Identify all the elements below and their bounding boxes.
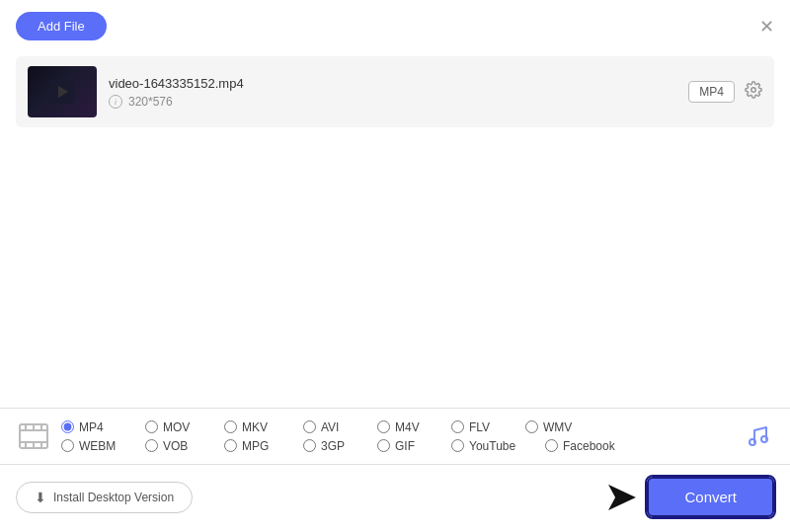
thumbnail-preview	[28, 66, 97, 117]
format-option-vob[interactable]: VOB	[145, 439, 224, 453]
gear-icon	[745, 81, 762, 99]
install-button[interactable]: ⬇ Install Desktop Version	[16, 482, 193, 513]
info-icon: i	[109, 95, 122, 109]
format-label-mkv: MKV	[242, 420, 268, 434]
format-row-2: WEBM VOB MPG 3GP GIF	[61, 439, 733, 453]
format-option-mp4[interactable]: MP4	[61, 420, 145, 434]
format-radio-flv[interactable]	[451, 420, 464, 433]
file-info: video-1643335152.mp4 i 320*576	[109, 76, 676, 109]
format-label-webm: WEBM	[79, 439, 116, 453]
file-name: video-1643335152.mp4	[109, 76, 676, 91]
format-option-wmv[interactable]: WMV	[525, 420, 599, 434]
format-option-mkv[interactable]: MKV	[224, 420, 303, 434]
music-note-icon	[745, 422, 772, 450]
svg-point-12	[761, 436, 767, 442]
settings-button[interactable]	[745, 81, 762, 103]
format-label-youtube: YouTube	[469, 439, 515, 453]
action-bar: ⬇ Install Desktop Version ➤ Convert	[0, 464, 790, 529]
convert-button[interactable]: Convert	[647, 477, 774, 517]
format-label-vob: VOB	[163, 439, 188, 453]
format-radio-mp4[interactable]	[61, 420, 74, 433]
format-radio-youtube[interactable]	[451, 439, 464, 452]
format-radio-avi[interactable]	[303, 420, 316, 433]
format-label-wmv: WMV	[543, 420, 572, 434]
format-badge: MP4	[688, 81, 735, 103]
format-option-webm[interactable]: WEBM	[61, 439, 145, 453]
format-radio-mpg[interactable]	[224, 439, 237, 452]
format-option-3gp[interactable]: 3GP	[303, 439, 377, 453]
format-option-gif[interactable]: GIF	[377, 439, 451, 453]
file-dimensions: 320*576	[128, 95, 173, 109]
format-option-avi[interactable]: AVI	[303, 420, 377, 434]
svg-point-11	[750, 439, 755, 445]
arrow-right-icon: ➤	[605, 480, 635, 515]
format-label-3gp: 3GP	[321, 439, 345, 453]
format-label-mov: MOV	[163, 420, 190, 434]
file-list: video-1643335152.mp4 i 320*576 MP4	[0, 48, 790, 135]
audio-format-icon[interactable]	[743, 420, 774, 452]
format-option-flv[interactable]: FLV	[451, 420, 525, 434]
file-actions: MP4	[688, 81, 762, 103]
video-thumb-icon	[50, 80, 74, 104]
format-radio-m4v[interactable]	[377, 420, 390, 433]
install-label: Install Desktop Version	[53, 491, 174, 504]
format-radio-gif[interactable]	[377, 439, 390, 452]
spacer	[0, 135, 790, 408]
format-radio-wmv[interactable]	[525, 420, 538, 433]
format-option-facebook[interactable]: Facebook	[545, 439, 634, 453]
svg-point-1	[751, 88, 756, 93]
format-label-gif: GIF	[395, 439, 415, 453]
main-content: video-1643335152.mp4 i 320*576 MP4	[0, 48, 790, 529]
close-button[interactable]: ✕	[759, 18, 774, 36]
format-options-container: MP4 MOV MKV AVI M4V	[61, 420, 733, 453]
format-option-m4v[interactable]: M4V	[377, 420, 451, 434]
format-label-mp4: MP4	[79, 420, 104, 434]
format-radio-facebook[interactable]	[545, 439, 558, 452]
format-radio-3gp[interactable]	[303, 439, 316, 452]
format-bar: MP4 MOV MKV AVI M4V	[0, 408, 790, 464]
format-radio-webm[interactable]	[61, 439, 74, 452]
format-option-mpg[interactable]: MPG	[224, 439, 303, 453]
format-label-avi: AVI	[321, 420, 339, 434]
top-bar: Add File ✕	[0, 0, 790, 48]
download-icon: ⬇	[35, 490, 46, 505]
format-option-youtube[interactable]: YouTube	[451, 439, 545, 453]
right-actions: ➤ Convert	[605, 477, 774, 517]
format-label-m4v: M4V	[395, 420, 420, 434]
add-file-button[interactable]: Add File	[16, 12, 107, 40]
format-radio-mkv[interactable]	[224, 420, 237, 433]
format-radio-mov[interactable]	[145, 420, 158, 433]
format-label-facebook: Facebook	[563, 439, 615, 453]
format-row-1: MP4 MOV MKV AVI M4V	[61, 420, 733, 434]
file-meta: i 320*576	[109, 95, 676, 109]
format-option-mov[interactable]: MOV	[145, 420, 224, 434]
video-format-icon	[16, 418, 51, 454]
film-icon	[18, 420, 49, 452]
format-radio-vob[interactable]	[145, 439, 158, 452]
format-label-mpg: MPG	[242, 439, 269, 453]
file-thumbnail	[28, 66, 97, 117]
file-item: video-1643335152.mp4 i 320*576 MP4	[16, 56, 774, 127]
format-label-flv: FLV	[469, 420, 490, 434]
